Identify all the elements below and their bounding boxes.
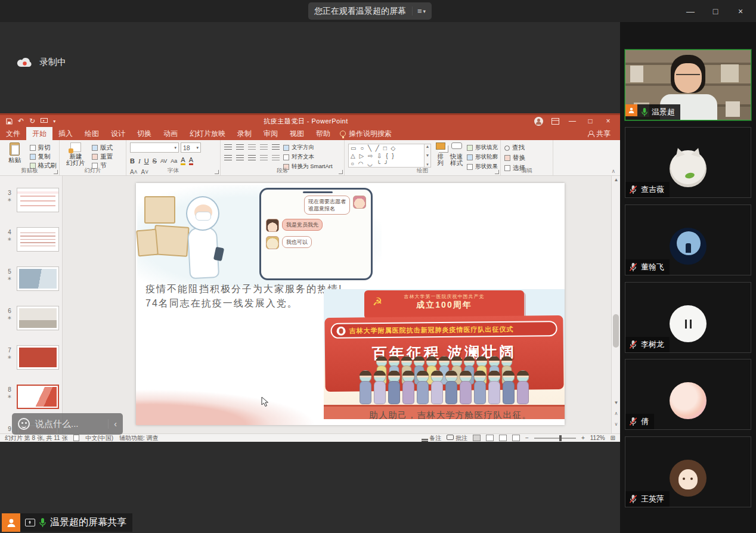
slide-canvas-area[interactable]: 现在需要志愿者谁愿意报名 我是党员我先 我也可以 [63, 176, 611, 433]
ppt-share-button[interactable]: 共享 [587, 129, 620, 139]
character-spacing-button[interactable]: AV [160, 158, 167, 164]
zoom-level[interactable]: 112% [590, 435, 605, 441]
zoom-slider[interactable] [534, 438, 576, 439]
view-sorter-button[interactable] [486, 435, 494, 441]
ppt-minimize-button[interactable]: — [568, 117, 577, 125]
previous-slide-button[interactable]: ∧ [612, 410, 621, 418]
justify-button[interactable] [260, 155, 268, 162]
spellcheck-icon[interactable] [73, 435, 79, 441]
view-normal-button[interactable] [473, 435, 481, 441]
tab-animations[interactable]: 动画 [157, 127, 184, 140]
change-case-button[interactable]: Aa [171, 158, 177, 164]
chat-input-placeholder[interactable]: 说点什么... [35, 419, 103, 430]
slide-8[interactable]: 现在需要志愿者谁愿意报名 我是党员我先 我也可以 [136, 183, 565, 425]
scroll-down-button[interactable]: ▼ [612, 399, 621, 407]
ppt-restore-button[interactable]: □ [585, 117, 595, 125]
bold-button[interactable]: B [130, 157, 135, 165]
align-text-button[interactable]: 对齐文本 [283, 153, 333, 161]
tab-file[interactable]: 文件 [0, 127, 26, 140]
ppt-close-button[interactable]: × [603, 117, 613, 125]
fit-slide-button[interactable]: ⊞ [611, 435, 615, 441]
strikethrough-button[interactable]: S [153, 157, 157, 165]
notes-button[interactable]: 备注 [422, 434, 442, 442]
banner-menu-icon[interactable]: ≡▾ [412, 7, 426, 16]
view-slideshow-button[interactable] [512, 435, 520, 441]
tab-view[interactable]: 视图 [284, 127, 310, 140]
line-spacing-button[interactable] [272, 144, 280, 151]
chat-collapse-icon[interactable]: ‹ [108, 419, 117, 429]
font-dialog-launcher[interactable] [215, 170, 219, 174]
bullets-button[interactable] [224, 144, 232, 151]
tab-draw[interactable]: 绘图 [79, 127, 105, 140]
participant-tile-qian[interactable]: 倩 [625, 359, 751, 430]
participant-tile-donghanfei[interactable]: 董翰飞 [625, 204, 751, 275]
clipboard-dialog-launcher[interactable] [54, 170, 58, 174]
layout-button[interactable]: 版式 [92, 144, 113, 152]
text-direction-button[interactable]: 文字方向 [283, 144, 333, 151]
tab-design[interactable]: 设计 [105, 127, 131, 140]
chat-input-overlay[interactable]: 说点什么... ‹ [12, 413, 123, 435]
minimize-button[interactable]: — [682, 7, 699, 16]
scroll-up-button[interactable]: ▲ [612, 176, 621, 184]
tab-slideshow[interactable]: 幻灯片放映 [184, 127, 231, 140]
drawing-dialog-launcher[interactable] [495, 170, 499, 174]
numbering-button[interactable] [236, 144, 244, 151]
undo-icon[interactable]: ↶ [18, 117, 24, 125]
maximize-button[interactable]: □ [707, 7, 724, 16]
zoom-in-button[interactable]: + [581, 435, 585, 441]
viewing-banner[interactable]: 您正在观看温景超的屏幕 ≡▾ [308, 2, 432, 20]
qat-customize-icon[interactable]: ▾ [53, 119, 55, 124]
font-size-combo[interactable]: 18▾ [181, 142, 201, 153]
thumbnail-slide-3[interactable]: 3∗ [0, 188, 63, 215]
highlight-button[interactable]: A [181, 156, 185, 165]
arrange-button[interactable]: 排列 [435, 142, 446, 167]
tab-home[interactable]: 开始 [26, 127, 52, 140]
participant-tile-wenjingchao[interactable]: 温景超 [625, 49, 751, 120]
italic-button[interactable]: I [138, 157, 141, 165]
sharing-user-icon[interactable] [2, 513, 20, 532]
language-indicator[interactable]: 中文(中国) [85, 434, 113, 442]
thumbnail-slide-7[interactable]: 7∗ [0, 345, 63, 373]
replace-button[interactable]: 替换 [504, 154, 525, 162]
quick-styles-button[interactable]: 快速样式 [450, 142, 463, 167]
thumbnail-slide-6[interactable]: 6∗ [0, 306, 63, 333]
shape-outline-button[interactable]: 形状轮廓 [467, 153, 498, 161]
emoji-icon[interactable] [18, 418, 30, 430]
align-center-button[interactable] [236, 155, 244, 162]
new-slide-button[interactable]: 新建幻灯片 [63, 142, 88, 167]
copy-button[interactable]: 复制 [30, 153, 57, 161]
participant-tile-lishulong[interactable]: 李树龙 [625, 282, 751, 353]
vertical-scrollbar[interactable]: ▲ ▼ ∧ ∨ [611, 176, 620, 433]
zoom-slider-handle[interactable] [559, 435, 562, 441]
next-slide-button[interactable]: ∨ [612, 420, 621, 429]
view-reading-button[interactable] [499, 435, 507, 441]
slideshow-icon[interactable] [41, 118, 48, 124]
comments-button[interactable]: 批注 [447, 434, 467, 442]
columns-button[interactable] [272, 155, 280, 162]
align-right-button[interactable] [248, 155, 256, 162]
font-color-button[interactable]: A [189, 156, 193, 165]
scrollbar-thumb[interactable] [613, 314, 619, 348]
redo-icon[interactable]: ↻ [29, 117, 35, 125]
font-name-combo[interactable]: ▾ [130, 142, 179, 153]
thumbnail-slide-5[interactable]: 5∗ [0, 266, 63, 294]
find-button[interactable]: 查找 [504, 144, 525, 152]
thumbnail-slide-4[interactable]: 4∗ [0, 227, 63, 255]
zoom-out-button[interactable]: − [525, 435, 529, 441]
align-left-button[interactable] [224, 155, 232, 162]
participant-tile-wangyingping[interactable]: 王英萍 [625, 436, 751, 507]
account-avatar-icon[interactable] [534, 117, 543, 126]
paste-button[interactable]: 粘贴 [4, 142, 26, 167]
increase-indent-button[interactable] [260, 144, 268, 151]
shape-gallery-scroll[interactable]: ▲ ▼ ▾ [425, 144, 431, 168]
thumbnail-slide-8-selected[interactable]: 8∗ [0, 385, 63, 412]
ribbon-display-icon[interactable] [551, 118, 559, 125]
shape-fill-button[interactable]: 形状填充 [467, 144, 498, 151]
close-button[interactable]: × [732, 7, 749, 16]
tab-help[interactable]: 帮助 [310, 127, 336, 140]
save-icon[interactable] [6, 118, 13, 125]
tab-record[interactable]: 录制 [231, 127, 258, 140]
collapse-ribbon-button[interactable]: ∧ [611, 168, 615, 174]
reset-button[interactable]: 重置 [92, 153, 113, 161]
tab-insert[interactable]: 插入 [52, 127, 79, 140]
